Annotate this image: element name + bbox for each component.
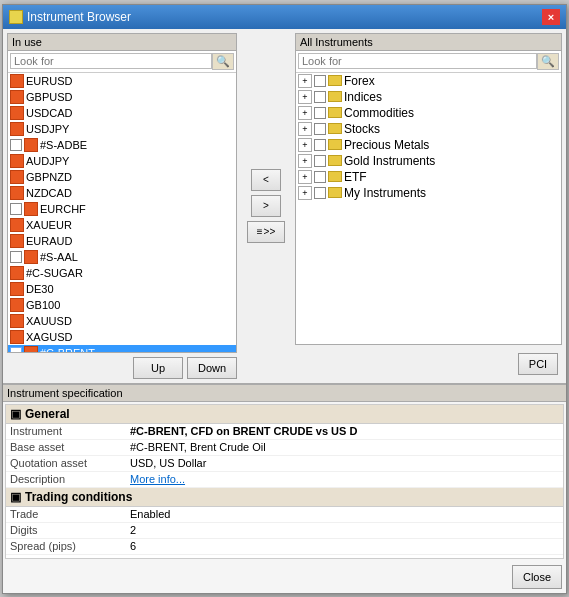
instrument-icon xyxy=(10,186,24,200)
list-item[interactable]: USDJPY xyxy=(8,121,236,137)
section-trading-header: ▣ Trading conditions xyxy=(6,488,563,507)
list-item[interactable]: EURCHF xyxy=(8,201,236,217)
close-window-button[interactable]: × xyxy=(542,9,560,25)
tree-checkbox[interactable] xyxy=(314,123,326,135)
pci-button[interactable]: PCI xyxy=(518,353,558,375)
expand-forex[interactable]: + xyxy=(298,74,312,88)
tree-item-gold-instruments[interactable]: + Gold Instruments xyxy=(296,153,561,169)
tree-checkbox[interactable] xyxy=(314,171,326,183)
tree-item-stocks[interactable]: + Stocks xyxy=(296,121,561,137)
down-button[interactable]: Down xyxy=(187,357,237,379)
spec-label-trade: Trade xyxy=(10,508,130,521)
folder-icon xyxy=(328,75,342,86)
spec-label-digits: Digits xyxy=(10,524,130,537)
list-item[interactable]: XAUEUR xyxy=(8,217,236,233)
instrument-icon xyxy=(10,218,24,232)
section-collapse-icon[interactable]: ▣ xyxy=(10,407,21,421)
spec-row-instrument: Instrument #C-BRENT, CFD on BRENT CRUDE … xyxy=(6,424,563,440)
expand-stocks[interactable]: + xyxy=(298,122,312,136)
expand-my-instruments[interactable]: + xyxy=(298,186,312,200)
tree-item-label: Stocks xyxy=(344,122,380,136)
tree-item-commodities[interactable]: + Commodities xyxy=(296,105,561,121)
list-item[interactable]: #C-SUGAR xyxy=(8,265,236,281)
expand-commodities[interactable]: + xyxy=(298,106,312,120)
tree-item-forex[interactable]: + Forex xyxy=(296,73,561,89)
spec-row-quotation-asset: Quotation asset USD, US Dollar xyxy=(6,456,563,472)
in-use-search-bar: 🔍 xyxy=(8,51,236,73)
expand-indices[interactable]: + xyxy=(298,90,312,104)
list-item-text: AUDJPY xyxy=(26,155,69,167)
item-checkbox[interactable] xyxy=(10,251,22,263)
move-all-right-button[interactable]: ≡ >> xyxy=(247,221,285,243)
tree-checkbox[interactable] xyxy=(314,139,326,151)
spec-label-spread: Spread (pips) xyxy=(10,540,130,553)
list-item[interactable]: EURUSD xyxy=(8,73,236,89)
list-item-text: GBPNZD xyxy=(26,171,72,183)
tree-item-precious-metals[interactable]: + Precious Metals xyxy=(296,137,561,153)
list-item-text: XAUEUR xyxy=(26,219,72,231)
bottom-footer: Close xyxy=(3,561,566,593)
list-item[interactable]: #S-ADBE xyxy=(8,137,236,153)
section-general-title: General xyxy=(25,407,70,421)
list-item[interactable]: #S-AAL xyxy=(8,249,236,265)
folder-icon xyxy=(328,187,342,198)
list-item[interactable]: AUDJPY xyxy=(8,153,236,169)
tree-checkbox[interactable] xyxy=(314,107,326,119)
tree-checkbox[interactable] xyxy=(314,91,326,103)
tree-checkbox[interactable] xyxy=(314,75,326,87)
tree-item-label: Forex xyxy=(344,74,375,88)
spec-value-description-link[interactable]: More info... xyxy=(130,473,559,486)
spec-label-quotation-asset: Quotation asset xyxy=(10,457,130,470)
tree-checkbox[interactable] xyxy=(314,187,326,199)
tree-item-label: My Instruments xyxy=(344,186,426,200)
list-item-selected[interactable]: #C-BRENT xyxy=(8,345,236,352)
list-item-text: #C-BRENT xyxy=(40,347,95,352)
up-button[interactable]: Up xyxy=(133,357,183,379)
list-item[interactable]: GBPNZD xyxy=(8,169,236,185)
tree-checkbox[interactable] xyxy=(314,155,326,167)
list-item[interactable]: XAGUSD xyxy=(8,329,236,345)
list-item[interactable]: GBPUSD xyxy=(8,89,236,105)
list-item[interactable]: EURAUD xyxy=(8,233,236,249)
list-item-text: XAGUSD xyxy=(26,331,72,343)
spec-row-base-asset: Base asset #C-BRENT, Brent Crude Oil xyxy=(6,440,563,456)
in-use-search-button[interactable]: 🔍 xyxy=(212,53,234,70)
move-left-button[interactable]: < xyxy=(251,169,281,191)
tree-item-etf[interactable]: + ETF xyxy=(296,169,561,185)
item-checkbox[interactable] xyxy=(10,203,22,215)
item-checkbox[interactable] xyxy=(10,347,22,352)
expand-precious-metals[interactable]: + xyxy=(298,138,312,152)
list-item[interactable]: USDCAD xyxy=(8,105,236,121)
folder-icon xyxy=(328,155,342,166)
list-item[interactable]: NZDCAD xyxy=(8,185,236,201)
list-item[interactable]: DE30 xyxy=(8,281,236,297)
updown-area: Up Down xyxy=(7,357,237,379)
in-use-label: In use xyxy=(8,34,236,51)
folder-icon xyxy=(328,139,342,150)
move-right-button[interactable]: > xyxy=(251,195,281,217)
in-use-search-input[interactable] xyxy=(10,53,212,69)
middle-buttons-area: < > ≡ >> xyxy=(241,33,291,379)
list-item[interactable]: GB100 xyxy=(8,297,236,313)
instrument-icon xyxy=(10,170,24,184)
all-instruments-label: All Instruments xyxy=(296,34,561,51)
spec-row-spread: Spread (pips) 6 xyxy=(6,539,563,555)
all-instruments-section: All Instruments 🔍 + Forex + xyxy=(295,33,562,379)
expand-gold-instruments[interactable]: + xyxy=(298,154,312,168)
close-button[interactable]: Close xyxy=(512,565,562,589)
tree-item-label: Indices xyxy=(344,90,382,104)
all-search-button[interactable]: 🔍 xyxy=(537,53,559,70)
instrument-icon xyxy=(10,106,24,120)
instrument-icon xyxy=(10,74,24,88)
expand-etf[interactable]: + xyxy=(298,170,312,184)
spec-label-base-asset: Base asset xyxy=(10,441,130,454)
spec-label-description: Description xyxy=(10,473,130,486)
spec-value-base-asset: #C-BRENT, Brent Crude Oil xyxy=(130,441,559,454)
all-search-input[interactable] xyxy=(298,53,537,69)
section-collapse-icon2[interactable]: ▣ xyxy=(10,490,21,504)
tree-item-my-instruments[interactable]: + My Instruments xyxy=(296,185,561,201)
list-item-text: USDCAD xyxy=(26,107,72,119)
tree-item-indices[interactable]: + Indices xyxy=(296,89,561,105)
item-checkbox[interactable] xyxy=(10,139,22,151)
list-item[interactable]: XAUUSD xyxy=(8,313,236,329)
